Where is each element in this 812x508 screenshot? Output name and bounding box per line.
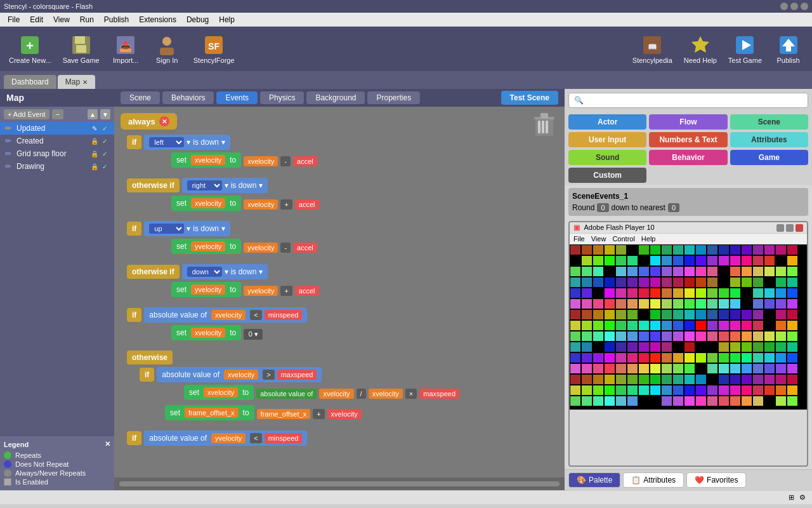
- tab-background[interactable]: Background: [306, 91, 365, 104]
- flash-menu-control[interactable]: Control: [612, 235, 634, 243]
- add-event-button[interactable]: + Add Event: [4, 109, 49, 119]
- grid-snap-check-icon[interactable]: ✓: [100, 149, 109, 158]
- test-game-button[interactable]: Test Game: [726, 31, 764, 67]
- select-right[interactable]: rightleftupdown: [187, 180, 222, 190]
- condition-abs-y: absolute value of yvelocity < minspeed: [144, 431, 307, 446]
- select-down[interactable]: downleftrightup: [187, 267, 222, 277]
- if-label-3: if: [127, 308, 141, 322]
- stencylpedia-button[interactable]: 📖 Stencylpedia: [630, 31, 675, 67]
- flash-min[interactable]: [776, 224, 784, 232]
- canvas-scrollbar[interactable]: [114, 478, 565, 490]
- close-button[interactable]: [801, 3, 808, 10]
- cat-attributes-button[interactable]: Attributes: [730, 132, 808, 147]
- drawing-lock-icon[interactable]: 🔒: [90, 162, 99, 171]
- tab-attributes[interactable]: 📋 Attributes: [623, 472, 684, 488]
- legend-close[interactable]: ✕: [105, 440, 110, 448]
- menu-extensions[interactable]: Extensions: [134, 14, 181, 25]
- menu-debug[interactable]: Debug: [181, 14, 214, 25]
- tab-palette[interactable]: 🎨 Palette: [568, 472, 620, 488]
- nearest-val: 0: [668, 203, 679, 212]
- created-icon: ✏: [5, 137, 14, 145]
- flash-menu-help[interactable]: Help: [641, 235, 656, 243]
- menu-view[interactable]: View: [48, 14, 75, 25]
- sidebar-item-created[interactable]: ✏ Created 🔒 ✓: [0, 135, 114, 147]
- cat-numbers-text-button[interactable]: Numbers & Text: [649, 132, 727, 147]
- search-input[interactable]: [568, 93, 808, 108]
- tab-favorites[interactable]: ❤️ Favorites: [686, 472, 746, 488]
- sidebar-label-grid-snap: Grid snap floor: [16, 149, 88, 158]
- otherwise-if-1: otherwise if: [127, 178, 180, 192]
- create-new-icon: +: [18, 34, 41, 57]
- import-button[interactable]: 📥 Import...: [108, 31, 143, 67]
- tab-dashboard[interactable]: Dashboard: [4, 75, 56, 89]
- menu-help[interactable]: Help: [214, 14, 240, 25]
- save-game-button[interactable]: Save Game: [60, 31, 102, 67]
- if-label-1: if: [127, 135, 141, 149]
- tab-properties[interactable]: Properties: [367, 91, 420, 104]
- grid-snap-lock-icon[interactable]: 🔒: [90, 149, 99, 158]
- menu-edit[interactable]: Edit: [25, 14, 48, 25]
- created-lock-icon[interactable]: 🔒: [90, 137, 99, 145]
- cat-sound-button[interactable]: Sound: [568, 150, 646, 165]
- test-scene-button[interactable]: Test Scene: [501, 91, 558, 105]
- remove-event-button[interactable]: −: [52, 109, 63, 119]
- menu-publish[interactable]: Publish: [99, 14, 134, 25]
- repeats-dot: [4, 451, 11, 459]
- menu-run[interactable]: Run: [75, 14, 99, 25]
- sign-in-button[interactable]: Sign In: [150, 31, 185, 67]
- always-settings-icon[interactable]: ✕: [159, 116, 169, 126]
- drawing-check-icon[interactable]: ✓: [100, 162, 109, 171]
- cat-custom-button[interactable]: Custom: [568, 168, 646, 183]
- tab-events[interactable]: Events: [216, 91, 258, 104]
- condition-abs-x: absolute value of xvelocity < minspeed: [144, 307, 307, 323]
- cat-scene-button[interactable]: Scene: [730, 114, 808, 130]
- flash-menu-file[interactable]: File: [573, 235, 585, 243]
- flash-menu-view[interactable]: View: [591, 235, 606, 243]
- need-help-button[interactable]: Need Help: [681, 31, 719, 67]
- round-label: Round: [572, 203, 594, 212]
- updated-check-icon[interactable]: ✓: [100, 124, 109, 133]
- create-new-button[interactable]: + Create New...: [6, 31, 54, 67]
- publish-label: Publish: [776, 57, 799, 64]
- minimize-button[interactable]: [780, 3, 788, 10]
- cat-behavior-button[interactable]: Behavior: [649, 150, 727, 165]
- select-left[interactable]: leftrightupdown: [149, 137, 184, 147]
- select-up[interactable]: upleftrightdown: [149, 224, 184, 234]
- tab-scene[interactable]: Scene: [121, 91, 160, 104]
- delete-icon[interactable]: [534, 113, 554, 137]
- flash-close[interactable]: [796, 224, 803, 232]
- grid-icon[interactable]: ⊞: [789, 493, 794, 502]
- created-check-icon[interactable]: ✓: [100, 137, 109, 145]
- stencylforge-button[interactable]: SF StencylForge: [191, 31, 237, 67]
- sidebar-item-updated[interactable]: ✏ Updated ✎ ✓: [0, 122, 114, 135]
- toolbar: + Create New... Save Game 📥 Import... Si…: [0, 27, 812, 71]
- condition-up: upleftrightdown ▾ is down ▾: [144, 221, 230, 236]
- maximize-button[interactable]: [790, 3, 798, 10]
- scroll-up-button[interactable]: ▲: [88, 109, 98, 119]
- publish-button[interactable]: Publish: [771, 31, 806, 67]
- cat-game-button[interactable]: Game: [730, 150, 808, 165]
- flash-max[interactable]: [786, 224, 794, 232]
- settings-icon[interactable]: ⚙: [799, 493, 806, 502]
- scroll-down-button[interactable]: ▼: [100, 109, 110, 119]
- tab-physics[interactable]: Physics: [260, 91, 304, 104]
- blocks-area[interactable]: always ✕ if leftrightupdown ▾ is down ▾ …: [114, 107, 565, 478]
- canvas-tabs: Scene Behaviors Events Physics Backgroun…: [114, 89, 565, 107]
- cat-actor-button[interactable]: Actor: [568, 114, 646, 130]
- tab-behaviors[interactable]: Behaviors: [162, 91, 214, 104]
- legend: Legend ✕ Repeats Does Not Repeat Always/…: [0, 436, 114, 490]
- always-repeat-dot: [4, 469, 11, 477]
- sidebar-item-drawing[interactable]: ✏ Drawing 🔒 ✓: [0, 160, 114, 173]
- updated-edit-icon[interactable]: ✎: [90, 124, 99, 133]
- tab-map-close[interactable]: ✕: [82, 79, 88, 86]
- title-text: Stencyl - colorsquare - Flash: [4, 3, 93, 10]
- sidebar-item-grid-snap[interactable]: ✏ Grid snap floor 🔒 ✓: [0, 147, 114, 160]
- color-grid-canvas: [570, 244, 807, 410]
- tab-map[interactable]: Map ✕: [58, 75, 95, 89]
- svg-point-7: [162, 37, 171, 46]
- menu-file[interactable]: File: [3, 14, 25, 25]
- import-label: Import...: [113, 57, 138, 64]
- cat-flow-button[interactable]: Flow: [649, 114, 727, 130]
- block-otherwise-down: otherwise if downleftrightup ▾ is down ▾…: [121, 264, 558, 300]
- cat-user-input-button[interactable]: User Input: [568, 132, 646, 147]
